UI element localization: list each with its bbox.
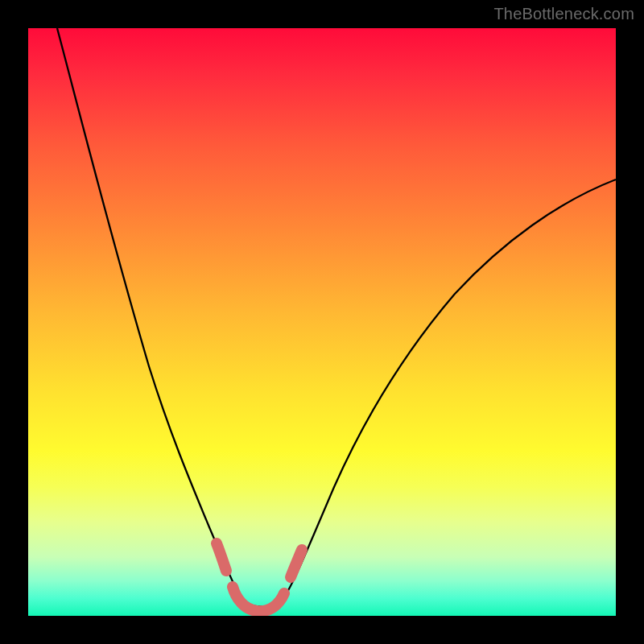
marker-segment-right	[291, 550, 302, 577]
watermark-text: TheBottleneck.com	[493, 5, 634, 23]
curve-right-arm	[283, 180, 616, 600]
marker-segment-bottom	[233, 587, 284, 611]
marker-segment-left	[217, 543, 226, 571]
plot-area	[28, 28, 616, 616]
curve-left-arm	[57, 28, 239, 596]
curve-layer	[28, 28, 616, 616]
chart-frame: TheBottleneck.com	[0, 0, 644, 644]
